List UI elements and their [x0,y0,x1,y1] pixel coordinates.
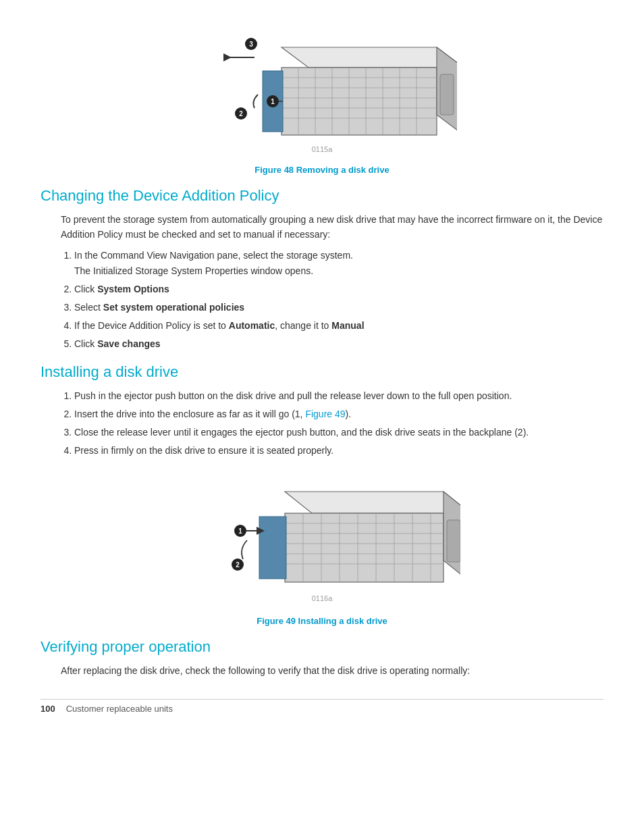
figure-48-caption: Figure 48 Removing a disk drive [254,165,389,175]
svg-text:0116a: 0116a [312,594,333,602]
changing-policy-body: To prevent the storage system from autom… [61,213,603,351]
list-item: In the Command View Navigation pane, sel… [74,249,603,278]
svg-rect-43 [447,520,460,562]
figure-49-caption: Figure 49 Installing a disk drive [257,616,387,626]
svg-text:1: 1 [271,98,275,105]
step4-bold2: Manual [331,320,364,331]
figure-49-link[interactable]: Figure 49 [305,409,345,419]
list-item: Insert the drive into the enclosure as f… [74,407,603,421]
svg-text:0115a: 0115a [312,145,333,153]
step2-bold: System Options [97,284,169,294]
list-item: Click Save changes [74,337,603,351]
section-heading-changing-policy: Changing the Device Addition Policy [41,187,603,205]
list-item: Close the release lever until it engages… [74,425,603,440]
installing-steps: Push in the ejector push button on the d… [68,389,603,458]
svg-rect-44 [259,517,286,579]
svg-text:3: 3 [249,41,253,48]
verifying-intro: After replacing the disk drive, check th… [61,664,603,679]
changing-policy-intro: To prevent the storage system from autom… [61,213,603,242]
figure-49-container: 1 2 0116a Figure 49 Installing a disk dr… [41,465,603,626]
step4-bold1: Automatic [229,320,275,331]
step3-bold: Set system operational policies [103,302,244,313]
svg-marker-27 [285,492,460,513]
figure-48-image: 3 1 2 0115a [187,27,457,155]
svg-rect-16 [440,74,454,115]
list-item: Select Set system operational policies [74,301,603,315]
step5-bold: Save changes [97,338,160,349]
figure-48-container: 3 1 2 0115a Figure 48 Removing a disk dr… [41,20,603,175]
step1-subtext: The Initialized Storage System Propertie… [74,264,603,278]
installing-body: Push in the ejector push button on the d… [61,389,603,458]
list-item: If the Device Addition Policy is set to … [74,319,603,333]
svg-text:2: 2 [236,561,240,569]
list-item: Press in firmly on the disk drive to ens… [74,444,603,458]
changing-policy-steps: In the Command View Navigation pane, sel… [68,249,603,351]
svg-text:1: 1 [238,527,242,535]
list-item: Click System Options [74,282,603,296]
svg-marker-0 [281,47,457,68]
section-heading-installing: Installing a disk drive [41,363,603,381]
list-item: Push in the ejector push button on the d… [74,389,603,403]
footer: 100 Customer replaceable units [41,699,603,714]
figure-49-image: 1 2 0116a [184,471,460,606]
footer-label: Customer replaceable units [66,704,173,714]
svg-text:2: 2 [239,110,243,118]
footer-page-number: 100 [41,704,55,714]
section-heading-verifying: Verifying proper operation [41,638,603,656]
verifying-body: After replacing the disk drive, check th… [61,664,603,679]
